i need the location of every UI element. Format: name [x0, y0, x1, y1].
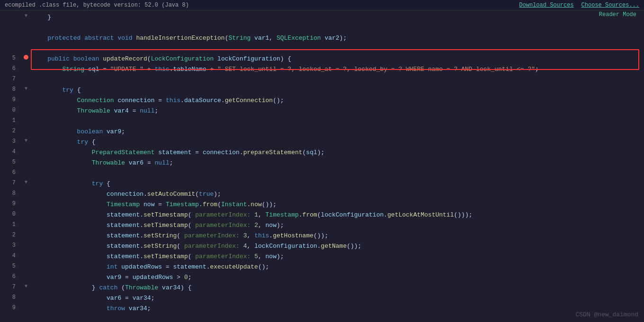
code-content: try { [31, 137, 644, 148]
gutter-fold: ▼ [21, 137, 31, 143]
choose-sources-link[interactable]: Choose Sources... [581, 2, 639, 9]
code-line: 0 statement.setTimestamp( parameterIndex… [0, 210, 644, 220]
gutter [21, 304, 31, 305]
code-line: 4 statement.setTimestamp( parameterIndex… [0, 252, 644, 262]
code-line: 7 ▼ } catch (Throwable var34) { [0, 283, 644, 293]
line-number [0, 33, 21, 34]
fold-icon[interactable]: ▼ [25, 180, 27, 185]
gutter [21, 127, 31, 128]
code-content: Timestamp now = Timestamp.from(Instant.n… [31, 200, 644, 210]
line-number: 1 [0, 116, 21, 124]
breakpoint-icon [24, 55, 28, 60]
line-number: 2 [0, 127, 21, 134]
gutter [21, 148, 31, 148]
watermark: CSDN @new_daimond [575, 311, 638, 318]
gutter [21, 272, 31, 273]
line-number: 0 [0, 106, 21, 113]
code-line: ▼ } [0, 12, 644, 23]
line-number: 9 [0, 96, 21, 103]
top-bar: ecompiled .class file, bytecode version:… [0, 0, 644, 10]
line-number: 0 [0, 210, 21, 218]
line-number: 8 [0, 85, 21, 93]
line-number: 5 [0, 54, 21, 61]
code-line: 5 int updatedRows = statement.executeUpd… [0, 262, 644, 272]
code-content: statement.setTimestamp( parameterIndex: … [31, 220, 644, 231]
fold-icon[interactable]: ▼ [25, 284, 27, 289]
code-area: ▼ } protected abstract void handleInsert… [0, 10, 644, 322]
code-line: 5 Throwable var6 = null; [0, 158, 644, 168]
gutter [21, 33, 31, 34]
gutter [21, 210, 31, 211]
line-number: 5 [0, 158, 21, 165]
reader-mode-button[interactable]: Reader Mode [596, 10, 639, 19]
line-number: 1 [0, 220, 21, 228]
code-line: 2 statement.setString( parameterIndex: 3… [0, 231, 644, 241]
code-line: 6 [0, 168, 644, 179]
code-content [31, 44, 644, 54]
code-content: PreparedStatement statement = connection… [31, 148, 644, 158]
code-line: 2 boolean var9; [0, 127, 644, 137]
code-content: } catch (Throwable var34) { [31, 283, 644, 293]
line-number: 5 [0, 262, 21, 270]
line-number: 9 [0, 200, 21, 207]
fold-icon[interactable]: ▼ [25, 13, 27, 18]
code-content [31, 168, 644, 179]
gutter [21, 220, 31, 221]
gutter: ▼ [21, 12, 31, 18]
gutter [21, 189, 31, 190]
code-line: 8 var6 = var34; [0, 293, 644, 304]
top-bar-title: ecompiled .class file, bytecode version:… [5, 2, 189, 9]
code-content: statement.setString( parameterIndex: 4, … [31, 241, 644, 252]
code-content: int updatedRows = statement.executeUpdat… [31, 262, 644, 272]
line-number: 7 [0, 283, 21, 290]
gutter [21, 231, 31, 232]
gutter-fold: ▼ [21, 283, 31, 289]
line-number [0, 44, 21, 44]
code-line: 8 connection.setAutoCommit(true); [0, 189, 644, 200]
code-line: 3 statement.setString( parameterIndex: 4… [0, 241, 644, 252]
code-content [31, 116, 644, 127]
line-number: 8 [0, 293, 21, 301]
code-line: 1 [0, 116, 644, 127]
code-content: statement.setTimestamp( parameterIndex: … [31, 252, 644, 262]
gutter [21, 96, 31, 96]
code-content [31, 75, 644, 85]
gutter [21, 75, 31, 76]
code-line: 6 var9 = updatedRows > 0; [0, 272, 644, 283]
code-content: } [31, 12, 644, 23]
code-line: 8 ▼ try { [0, 85, 644, 96]
gutter [21, 106, 31, 107]
code-content: Connection connection = this.dataSource.… [31, 96, 644, 106]
code-line: 9 Connection connection = this.dataSourc… [0, 96, 644, 106]
gutter [21, 168, 31, 169]
gutter [21, 158, 31, 159]
gutter [21, 23, 31, 24]
gutter-fold: ▼ [21, 85, 31, 91]
gutter [21, 262, 31, 263]
code-content [31, 23, 644, 33]
code-content: Throwable var6 = null; [31, 158, 644, 168]
gutter-breakpoint [21, 54, 31, 60]
download-sources-link[interactable]: Download Sources [519, 2, 573, 9]
line-number: 4 [0, 252, 21, 259]
line-number: 6 [0, 64, 21, 72]
code-content: Throwable var4 = null; [31, 106, 644, 116]
fold-icon[interactable]: ▼ [25, 86, 27, 91]
code-line: protected abstract void handleInsertionE… [0, 33, 644, 44]
code-content: var9 = updatedRows > 0; [31, 272, 644, 283]
gutter [21, 293, 31, 294]
code-content: try { [31, 179, 644, 189]
gutter [21, 44, 31, 44]
line-number: 2 [0, 231, 21, 238]
code-content: protected abstract void handleInsertionE… [31, 33, 644, 44]
line-number: 6 [0, 272, 21, 280]
fold-icon[interactable]: ▼ [25, 138, 27, 143]
code-line: 7 [0, 75, 644, 85]
line-number [0, 12, 21, 13]
code-line: 4 PreparedStatement statement = connecti… [0, 148, 644, 158]
gutter [21, 64, 31, 65]
code-content: throw var34; [31, 304, 644, 314]
code-line: 3 ▼ try { [0, 137, 644, 148]
code-content: var6 = var34; [31, 293, 644, 304]
line-number: 7 [0, 179, 21, 186]
